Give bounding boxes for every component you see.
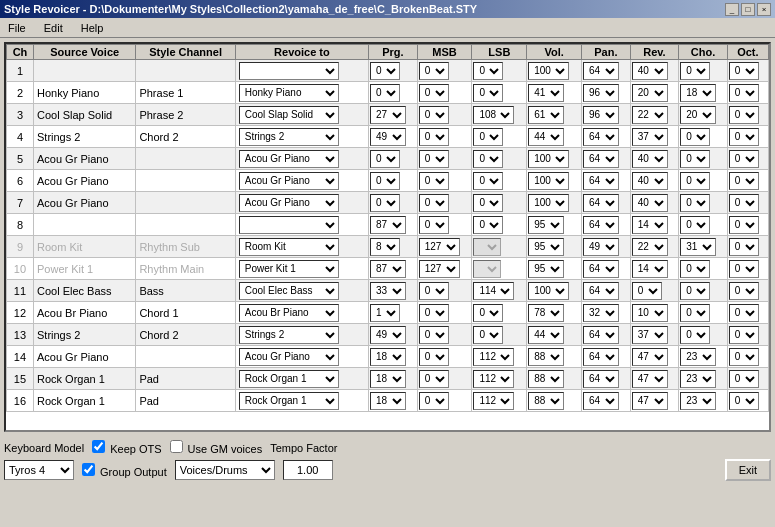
row-cho[interactable]: 31 [679,236,728,258]
row-oct[interactable]: 0 [727,368,768,390]
minimize-button[interactable]: _ [725,3,739,16]
row-msb[interactable]: 0 [417,368,472,390]
row-cho[interactable]: 0 [679,280,728,302]
row-pan[interactable]: 64 [582,170,631,192]
row-prg[interactable]: 0 [369,148,418,170]
row-rev[interactable]: 37 [630,126,679,148]
row-vol[interactable]: 95 [527,214,582,236]
row-pan[interactable]: 32 [582,302,631,324]
row-oct[interactable]: 0 [727,302,768,324]
row-lsb[interactable]: 0 [472,60,527,82]
row-vol[interactable]: 61 [527,104,582,126]
row-prg[interactable]: 1 [369,302,418,324]
row-lsb[interactable]: 0 [472,324,527,346]
row-cho[interactable]: 23 [679,346,728,368]
menu-edit[interactable]: Edit [40,21,67,35]
row-cho[interactable]: 0 [679,60,728,82]
row-lsb[interactable]: 112 [472,346,527,368]
row-cho[interactable]: 0 [679,126,728,148]
group-output-checkbox[interactable] [82,463,95,476]
row-msb[interactable]: 0 [417,280,472,302]
row-revoice-to[interactable]: Rock Organ 1 [235,390,368,412]
exit-button[interactable]: Exit [725,459,771,481]
row-rev[interactable]: 40 [630,170,679,192]
row-oct[interactable]: 0 [727,390,768,412]
row-prg[interactable]: 87 [369,258,418,280]
row-vol[interactable]: 95 [527,258,582,280]
row-cho[interactable]: 20 [679,104,728,126]
row-cho[interactable]: 0 [679,302,728,324]
row-revoice-to[interactable]: Acou Br Piano [235,302,368,324]
row-oct[interactable]: 0 [727,346,768,368]
row-prg[interactable]: 18 [369,390,418,412]
row-revoice-to[interactable]: Acou Gr Piano [235,192,368,214]
row-revoice-to[interactable]: Acou Gr Piano [235,346,368,368]
row-rev[interactable]: 40 [630,148,679,170]
keep-ots-label[interactable]: Keep OTS [92,440,161,455]
row-msb[interactable]: 0 [417,170,472,192]
row-vol[interactable]: 100 [527,60,582,82]
row-vol[interactable]: 88 [527,346,582,368]
row-msb[interactable]: 127 [417,236,472,258]
row-pan[interactable]: 64 [582,214,631,236]
row-cho[interactable]: 0 [679,192,728,214]
row-rev[interactable]: 10 [630,302,679,324]
row-msb[interactable]: 0 [417,214,472,236]
row-prg[interactable]: 8 [369,236,418,258]
row-lsb[interactable]: 0 [472,170,527,192]
row-prg[interactable]: 0 [369,192,418,214]
row-msb[interactable]: 0 [417,104,472,126]
row-oct[interactable]: 0 [727,126,768,148]
row-msb[interactable]: 0 [417,346,472,368]
row-msb[interactable]: 0 [417,126,472,148]
row-revoice-to[interactable] [235,214,368,236]
menu-help[interactable]: Help [77,21,108,35]
row-revoice-to[interactable]: Cool Elec Bass [235,280,368,302]
row-prg[interactable]: 49 [369,126,418,148]
row-msb[interactable]: 0 [417,82,472,104]
row-oct[interactable]: 0 [727,192,768,214]
row-prg[interactable]: 18 [369,346,418,368]
row-vol[interactable]: 95 [527,236,582,258]
row-revoice-to[interactable]: Power Kit 1 [235,258,368,280]
row-msb[interactable]: 0 [417,390,472,412]
row-revoice-to[interactable]: Acou Gr Piano [235,148,368,170]
row-pan[interactable]: 64 [582,148,631,170]
row-vol[interactable]: 78 [527,302,582,324]
row-oct[interactable]: 0 [727,60,768,82]
row-vol[interactable]: 100 [527,170,582,192]
row-lsb[interactable]: 112 [472,390,527,412]
row-pan[interactable]: 64 [582,126,631,148]
row-oct[interactable]: 0 [727,214,768,236]
row-rev[interactable]: 40 [630,192,679,214]
row-vol[interactable]: 88 [527,390,582,412]
row-oct[interactable]: 0 [727,280,768,302]
row-prg[interactable]: 27 [369,104,418,126]
row-msb[interactable]: 127 [417,258,472,280]
row-lsb[interactable] [472,236,527,258]
row-cho[interactable]: 18 [679,82,728,104]
row-oct[interactable]: 0 [727,236,768,258]
row-oct[interactable]: 0 [727,324,768,346]
row-vol[interactable]: 100 [527,192,582,214]
row-rev[interactable]: 0 [630,280,679,302]
row-cho[interactable]: 0 [679,148,728,170]
row-msb[interactable]: 0 [417,302,472,324]
row-cho[interactable]: 0 [679,170,728,192]
keyboard-model-select[interactable]: Tyros 4 Tyros 3 Tyros 2 Tyros 1 PSR-S900 [4,460,74,480]
row-msb[interactable]: 0 [417,324,472,346]
row-lsb[interactable]: 114 [472,280,527,302]
row-rev[interactable]: 47 [630,368,679,390]
row-pan[interactable]: 49 [582,236,631,258]
row-pan[interactable]: 64 [582,346,631,368]
row-revoice-to[interactable]: Room Kit [235,236,368,258]
row-revoice-to[interactable]: Rock Organ 1 [235,368,368,390]
row-lsb[interactable]: 0 [472,302,527,324]
row-pan[interactable]: 64 [582,192,631,214]
row-vol[interactable]: 44 [527,126,582,148]
row-lsb[interactable]: 112 [472,368,527,390]
row-vol[interactable]: 100 [527,280,582,302]
row-lsb[interactable]: 0 [472,214,527,236]
row-revoice-to[interactable]: Honky Piano [235,82,368,104]
row-lsb[interactable]: 108 [472,104,527,126]
